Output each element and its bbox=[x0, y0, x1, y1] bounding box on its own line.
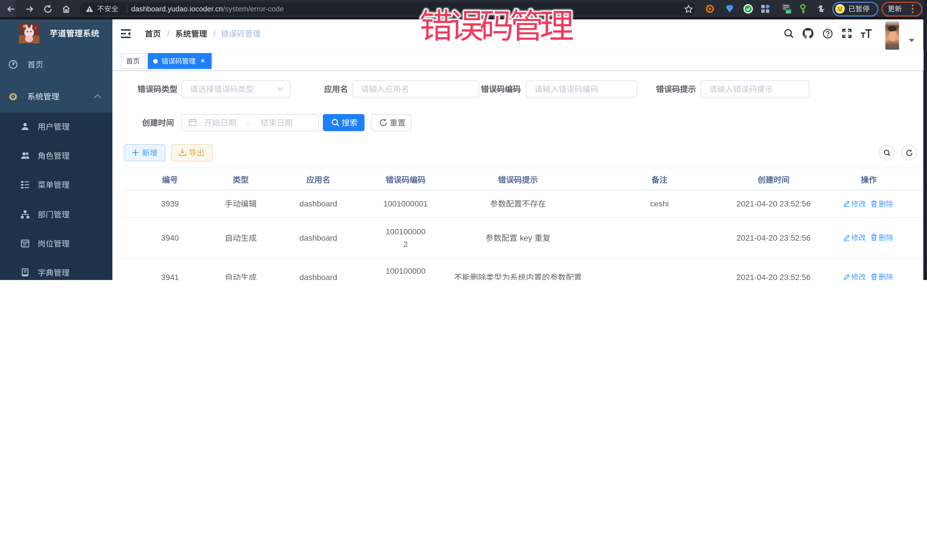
svg-text:on: on bbox=[786, 9, 790, 14]
